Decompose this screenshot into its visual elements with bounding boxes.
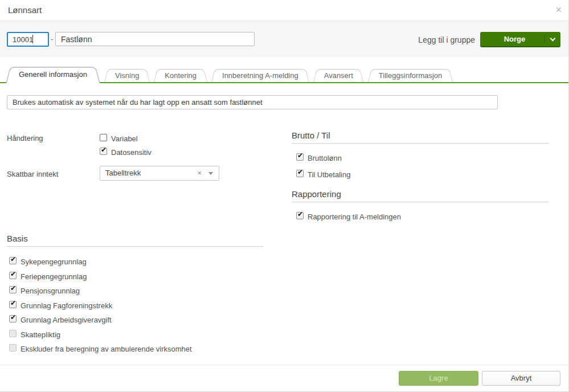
name-input[interactable] — [55, 32, 255, 46]
checkbox-label: Bruttolønn — [308, 153, 342, 162]
code-name-separator: - — [51, 35, 53, 43]
basis-heading: Basis — [7, 234, 263, 247]
handling-label: Håndtering — [7, 134, 43, 142]
save-button[interactable]: Lagre — [399, 371, 478, 386]
tab-generell-informasjon[interactable]: Generell informasjon — [6, 67, 100, 83]
code-input[interactable] — [7, 32, 49, 47]
checkbox-icon[interactable] — [9, 272, 17, 279]
tab-bar: Generell informasjon Visning Kontering I… — [0, 67, 569, 83]
chevron-down-icon — [550, 36, 556, 42]
footer-divider — [0, 365, 568, 365]
checkbox-icon[interactable] — [296, 212, 304, 219]
checkbox-icon[interactable] — [9, 315, 17, 322]
checkbox-variabel[interactable]: Variabel — [100, 134, 138, 143]
checkbox-icon[interactable] — [296, 153, 304, 161]
checkbox-label: Ekskluder fra beregning av ambulerende v… — [21, 344, 192, 353]
checkbox-pensjonsgrunnlag[interactable]: Pensjonsgrunnlag — [9, 286, 80, 295]
checkbox-ekskluder-ambulerende[interactable]: Ekskluder fra beregning av ambulerende v… — [9, 344, 192, 353]
checkbox-icon[interactable] — [100, 148, 107, 155]
taxable-income-select[interactable]: Tabelltrekk × — [100, 166, 219, 181]
tab-innberetning-a-melding[interactable]: Innberetning A-melding — [211, 69, 309, 82]
text-caret — [32, 35, 33, 43]
cancel-button[interactable]: Avbryt — [482, 371, 560, 386]
tab-tilleggsinformasjon[interactable]: Tilleggsinformasjon — [368, 69, 453, 82]
reporting-heading: Rapportering — [292, 189, 548, 202]
page-title: Lønnsart — [8, 5, 42, 15]
checkbox-icon[interactable] — [9, 344, 17, 352]
close-icon[interactable]: × — [555, 4, 562, 15]
checkbox-icon[interactable] — [296, 170, 304, 177]
select-value: Tabelltrekk — [105, 166, 141, 180]
checkbox-icon[interactable] — [9, 257, 17, 264]
checkbox-label: Datosensitiv — [111, 148, 152, 157]
checkbox-label: Sykepengegrunnlag — [21, 257, 87, 266]
checkbox-skattepliktig[interactable]: Skattepliktig — [9, 330, 60, 339]
checkbox-label: Variabel — [111, 134, 138, 143]
checkbox-til-utbetaling[interactable]: Til Utbetaling — [296, 170, 350, 179]
checkbox-label: Rapportering til A-meldingen — [308, 212, 401, 221]
add-to-group-label: Legg til i gruppe — [418, 35, 475, 44]
checkbox-icon[interactable] — [100, 134, 107, 141]
checkbox-icon[interactable] — [9, 286, 17, 293]
lonnsart-dialog: Lønnsart × - Legg til i gruppe Norge Gen… — [0, 0, 569, 392]
checkbox-label: Pensjonsgrunnlag — [21, 286, 80, 295]
checkbox-icon[interactable] — [9, 330, 17, 337]
group-button-label: Norge — [480, 32, 549, 46]
checkbox-icon[interactable] — [9, 301, 17, 308]
checkbox-label: Feriepengegrunnlag — [21, 272, 87, 281]
checkbox-feriepengegrunnlag[interactable]: Feriepengegrunnlag — [9, 272, 87, 281]
checkbox-label: Grunnlag Arbeidsgiveravgift — [21, 315, 112, 324]
brutto-til-heading: Brutto / Til — [292, 130, 548, 144]
checkbox-rapportering-a-meldingen[interactable]: Rapportering til A-meldingen — [296, 212, 401, 221]
checkbox-label: Grunnlag Fagforeningstrekk — [21, 301, 112, 310]
checkbox-datosensitiv[interactable]: Datosensitiv — [100, 148, 152, 157]
checkbox-grunnlag-fagforeningstrekk[interactable]: Grunnlag Fagforeningstrekk — [9, 301, 112, 310]
checkbox-sykepengegrunnlag[interactable]: Sykepengegrunnlag — [9, 257, 87, 266]
chevron-down-icon[interactable] — [208, 172, 213, 175]
taxable-income-label: Skattbar inntekt — [7, 170, 58, 178]
description-input[interactable] — [7, 95, 498, 109]
tab-avansert[interactable]: Avansert — [313, 69, 364, 82]
dialog-titlebar: Lønnsart × — [0, 0, 568, 21]
checkbox-label: Skattepliktig — [21, 330, 60, 339]
clear-icon[interactable]: × — [197, 166, 202, 180]
group-dropdown-button[interactable]: Norge — [480, 32, 560, 47]
tab-visning[interactable]: Visning — [104, 69, 150, 82]
tab-kontering[interactable]: Kontering — [154, 69, 207, 82]
checkbox-grunnlag-arbeidsgiveravgift[interactable]: Grunnlag Arbeidsgiveravgift — [9, 315, 112, 324]
checkbox-bruttolonn[interactable]: Bruttolønn — [296, 153, 342, 162]
checkbox-label: Til Utbetaling — [308, 170, 350, 179]
button-divider — [545, 34, 545, 43]
